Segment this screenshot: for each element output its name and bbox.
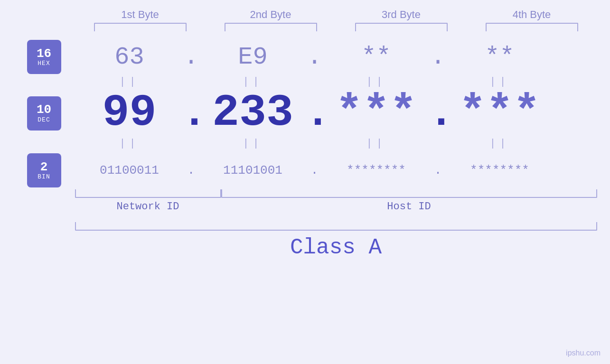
dec-values: 99 . 233 . *** . *** (77, 91, 600, 136)
dec-val-3: *** (324, 91, 429, 136)
network-bracket (75, 189, 221, 198)
host-bracket (221, 189, 597, 198)
hex-row: 16 HEX 63 . E9 . ** . * (11, 40, 600, 74)
byte-label-1: 1st Byte (88, 9, 192, 21)
byte-headers: 1st Byte 2nd Byte 3rd Byte 4th Byte (75, 9, 597, 21)
sep-5: || (77, 138, 182, 149)
class-label: Class A (75, 235, 597, 260)
bottom-bracket-lines (75, 189, 597, 198)
bin-dot-2: . (305, 163, 324, 177)
hex-dot-2: . (305, 43, 324, 71)
bin-row: 2 BIN 01100011 . 11101001 . ******** . (11, 153, 600, 187)
sep-8: || (448, 138, 552, 149)
bin-values: 01100011 . 11101001 . ******** . *******… (77, 163, 600, 177)
dec-dot-2: . (305, 92, 324, 135)
bracket-2 (225, 23, 317, 31)
sep-row-1: || || || || (11, 76, 600, 88)
sep-1: || (77, 76, 182, 88)
sep-6: || (201, 138, 305, 149)
sep-2: || (201, 76, 305, 88)
dec-row: 10 DEC 99 . 233 . *** . (11, 91, 600, 136)
hex-val-3: ** (324, 43, 429, 71)
host-id-label: Host ID (221, 201, 597, 213)
hex-val-4: ** (448, 43, 552, 71)
dec-dot-3: . (429, 92, 448, 135)
bin-val-2: 11101001 (201, 163, 305, 177)
bin-dot-3: . (429, 163, 448, 177)
main-container: 1st Byte 2nd Byte 3rd Byte 4th Byte 16 H… (0, 0, 610, 364)
hex-values: 63 . E9 . ** . ** (77, 43, 600, 71)
bracket-4 (486, 23, 578, 31)
bin-val-4: ******** (448, 163, 552, 177)
byte-label-3: 3rd Byte (349, 9, 453, 21)
hex-badge: 16 HEX (27, 40, 61, 74)
sep-row-2: || || || || (11, 138, 600, 149)
hex-dot-1: . (182, 43, 201, 71)
hex-val-2: E9 (201, 43, 305, 71)
top-brackets (75, 23, 597, 31)
byte-label-4: 4th Byte (479, 9, 584, 21)
bin-val-1: 01100011 (77, 163, 182, 177)
hex-dot-3: . (429, 43, 448, 71)
sep-3: || (324, 76, 429, 88)
bin-badge: 2 BIN (27, 153, 61, 187)
byte-label-2: 2nd Byte (218, 9, 323, 21)
sep-4: || (448, 76, 552, 88)
hex-val-1: 63 (77, 43, 182, 71)
id-labels: Network ID Host ID (75, 201, 597, 213)
watermark: ipshu.com (566, 349, 601, 357)
bin-val-3: ******** (324, 163, 429, 177)
bottom-brackets-section: Network ID Host ID (75, 189, 597, 213)
dec-dot-1: . (182, 92, 201, 135)
dec-val-1: 99 (77, 91, 182, 136)
bracket-3 (355, 23, 448, 31)
sep-7: || (324, 138, 429, 149)
bin-dot-1: . (182, 163, 201, 177)
bracket-1 (94, 23, 187, 31)
dec-val-2: 233 (201, 91, 305, 136)
dec-badge: 10 DEC (27, 96, 61, 131)
outer-bracket (75, 222, 597, 231)
network-id-label: Network ID (75, 201, 221, 213)
outer-bracket-row (75, 222, 597, 231)
dec-val-4: *** (448, 91, 552, 136)
